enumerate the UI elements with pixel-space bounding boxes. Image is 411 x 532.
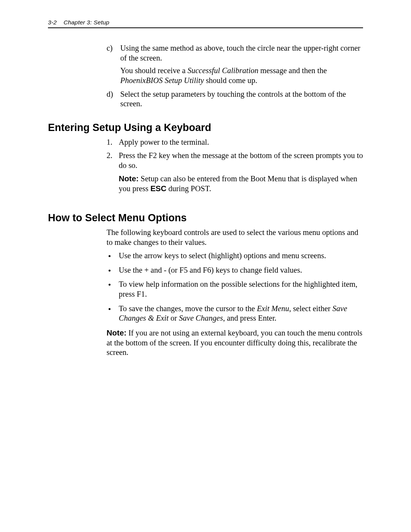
numbered-list: 1. Apply power to the terminal. 2. Press… <box>107 137 363 194</box>
list-marker-c: c) <box>107 43 113 53</box>
bullet-help-f1: To view help information on the possible… <box>107 280 363 299</box>
heading-select-menu-options: How to Select Menu Options <box>48 212 363 224</box>
emphasis-save-changes: Save Changes <box>179 314 223 322</box>
list-item-d: d) Select the setup parameters by touchi… <box>107 89 363 109</box>
bullet-arrow-keys: Use the arrow keys to select (highlight)… <box>107 251 363 261</box>
emphasis-phoenixbios: PhoenixBIOS Setup Utility <box>120 76 204 85</box>
list-item-c: c) Using the same method as above, touch… <box>107 43 363 86</box>
header-page-number: 3-2 <box>48 19 57 26</box>
header-chapter-title: Chapter 3: Setup <box>64 19 109 26</box>
list-subpara-c: You should receive a Successful Calibrat… <box>120 66 363 85</box>
key-esc: ESC <box>150 184 166 193</box>
emphasis-successful-calibration: Successful Calibration <box>188 66 258 75</box>
list-marker-d: d) <box>107 89 113 99</box>
list-marker-1: 1. <box>107 137 112 147</box>
emphasis-exit-menu: Exit Menu <box>257 304 289 313</box>
note-external-keyboard: Note: If you are not using an external k… <box>107 328 363 358</box>
heading-entering-setup: Entering Setup Using a Keyboard <box>48 122 363 134</box>
list-marker-2: 2. <box>107 151 112 161</box>
bullet-plus-minus: Use the + and - (or F5 and F6) keys to c… <box>107 265 363 275</box>
note-setup: Note: Setup can also be entered from the… <box>119 174 363 194</box>
section2-intro: The following keyboard controls are used… <box>107 228 363 247</box>
list-text-2: Press the F2 key when the message at the… <box>119 151 363 169</box>
bullet-save-changes: To save the changes, move the cursor to … <box>107 304 363 323</box>
list-item-1: 1. Apply power to the terminal. <box>107 137 363 147</box>
list-item-2: 2. Press the F2 key when the message at … <box>107 151 363 194</box>
header-rule <box>48 27 363 28</box>
page: 3-2 Chapter 3: Setup c) Using the same m… <box>0 0 411 532</box>
lettered-list: c) Using the same method as above, touch… <box>107 43 363 109</box>
list-text-1: Apply power to the terminal. <box>119 138 209 146</box>
note-label-2: Note: <box>107 328 126 337</box>
note-label: Note: <box>119 174 139 183</box>
list-text-c: Using the same method as above, touch th… <box>120 44 360 62</box>
list-text-d: Select the setup parameters by touching … <box>120 90 346 108</box>
running-header: 3-2 Chapter 3: Setup <box>48 19 363 26</box>
bullet-list: Use the arrow keys to select (highlight)… <box>107 251 363 323</box>
